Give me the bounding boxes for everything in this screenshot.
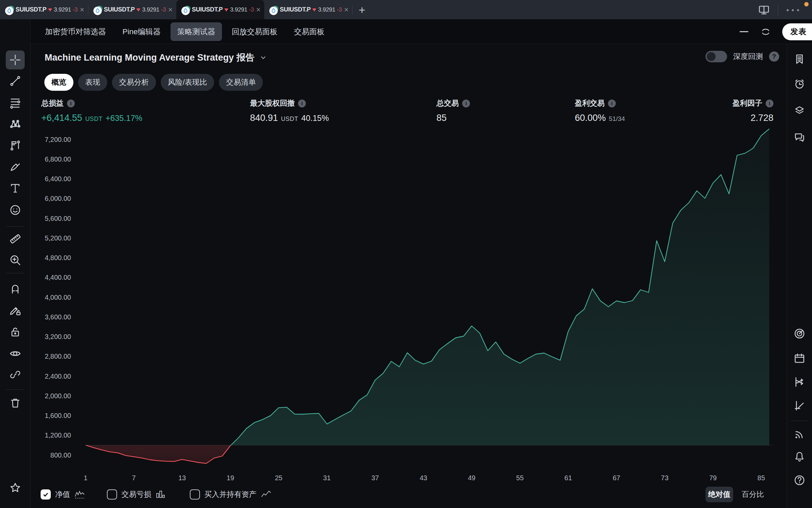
browser-tab-1[interactable]: SUIUSDT.P3.9291-3.2× <box>0 0 88 19</box>
crosshair-icon[interactable] <box>6 50 25 69</box>
panel-menu: 加密货币对筛选器Pine编辑器策略测试器回放交易面板交易面板 <box>30 22 324 41</box>
report-tab-4[interactable]: 风险/表现比 <box>161 74 214 91</box>
chat-icon[interactable] <box>790 128 809 147</box>
svg-text:1: 1 <box>84 474 87 482</box>
calendar-icon[interactable] <box>790 349 809 368</box>
help-icon[interactable] <box>790 471 809 490</box>
tab-symbol: SUIUSDT.P <box>280 6 311 13</box>
report-tab-5[interactable]: 交易清单 <box>219 74 263 91</box>
svg-text:25: 25 <box>275 474 282 482</box>
link-icon[interactable] <box>6 365 25 384</box>
publish-button[interactable]: 发表 <box>782 23 812 40</box>
browser-tab-4[interactable]: SUIUSDT.P3.9291-3.2× <box>264 0 352 19</box>
browser-tab-2[interactable]: SUIUSDT.P3.9291-3.2× <box>88 0 176 19</box>
info-icon[interactable]: i <box>67 100 75 107</box>
close-tab-icon[interactable]: × <box>344 6 348 14</box>
close-tab-icon[interactable]: × <box>168 6 173 14</box>
long-position-icon[interactable] <box>6 136 25 155</box>
price-line-icon[interactable] <box>790 396 809 415</box>
checkbox-unchecked[interactable] <box>190 489 200 500</box>
checkbox-checked[interactable] <box>41 489 51 500</box>
info-icon[interactable]: i <box>608 100 616 107</box>
report-tab-1[interactable]: 概览 <box>44 74 73 91</box>
draw-lock-icon[interactable] <box>6 301 25 320</box>
notification-dot <box>804 2 809 6</box>
percent-mode-button[interactable]: 百分比 <box>740 487 766 502</box>
report-header: Machine Learning Moving Average Strategy… <box>45 51 267 64</box>
trend-line-icon[interactable] <box>6 71 25 90</box>
toolbar-item-5[interactable]: 交易面板 <box>294 26 324 37</box>
price-down-triangle-icon <box>136 8 140 12</box>
chevron-down-icon[interactable] <box>260 54 267 61</box>
info-icon[interactable]: i <box>298 100 306 107</box>
flow-arrows-icon[interactable] <box>790 373 809 391</box>
trash-icon[interactable] <box>6 394 25 412</box>
svg-text:3,600.00: 3,600.00 <box>45 313 71 321</box>
emoji-icon[interactable] <box>6 200 25 219</box>
tab-symbol: SUIUSDT.P <box>104 6 135 13</box>
drawing-toolbar <box>0 19 30 508</box>
sui-coin-icon <box>181 5 189 14</box>
equity-curve-chart[interactable]: 7,200.006,800.006,400.006,000.005,600.00… <box>30 44 787 508</box>
maximize-icon[interactable] <box>760 26 771 38</box>
help-icon[interactable]: ? <box>769 51 779 62</box>
radar-icon[interactable] <box>790 324 809 343</box>
checkbox-unchecked[interactable] <box>107 489 117 500</box>
toolbar-item-4[interactable]: 回放交易面板 <box>232 26 277 37</box>
toolbar-divider <box>6 273 24 273</box>
deep-backtest-toggle[interactable] <box>705 51 727 62</box>
close-tab-icon[interactable]: × <box>80 6 84 14</box>
tab-separator <box>352 5 353 14</box>
svg-text:2,800.00: 2,800.00 <box>45 353 71 360</box>
legend-label[interactable]: 交易亏损 <box>121 489 151 500</box>
absolute-mode-button[interactable]: 绝对值 <box>705 487 733 502</box>
info-icon[interactable]: i <box>766 100 773 107</box>
sui-coin-icon <box>4 5 13 14</box>
lock-open-icon[interactable] <box>6 322 25 341</box>
star-icon[interactable] <box>6 478 25 497</box>
text-icon[interactable] <box>6 179 25 198</box>
watchlist-icon[interactable] <box>790 50 809 69</box>
loss-bars-icon <box>156 490 166 499</box>
layers-icon[interactable] <box>790 101 809 120</box>
multi-monitor-icon[interactable] <box>758 4 770 16</box>
bell-icon[interactable] <box>790 447 809 466</box>
toolbar-item-3[interactable]: 策略测试器 <box>171 22 222 41</box>
xabcd-pattern-icon[interactable] <box>6 114 25 133</box>
report-tab-2[interactable]: 表现 <box>78 74 107 91</box>
report-tab-3[interactable]: 交易分析 <box>112 74 156 91</box>
tab-symbol: SUIUSDT.P <box>16 6 46 13</box>
alarm-clock-icon[interactable] <box>790 75 809 93</box>
report-title[interactable]: Machine Learning Moving Average Strategy… <box>45 51 255 64</box>
zoom-in-icon[interactable] <box>6 251 25 270</box>
legend-item-2: 交易亏损 <box>107 485 166 504</box>
minimize-icon[interactable] <box>740 31 748 32</box>
new-tab-button[interactable]: + <box>359 4 365 16</box>
overflow-menu-icon[interactable]: ●●● <box>786 7 802 13</box>
toolbar-divider <box>791 421 808 421</box>
tab-price: 3.9291 <box>142 6 159 13</box>
svg-text:4,400.00: 4,400.00 <box>45 274 71 281</box>
buyhold-line-icon <box>261 490 272 499</box>
close-tab-icon[interactable]: × <box>256 6 261 14</box>
fib-retracement-icon[interactable] <box>6 93 25 112</box>
svg-text:2,000.00: 2,000.00 <box>45 392 71 400</box>
legend-label[interactable]: 净值 <box>55 489 70 500</box>
magnet-icon[interactable] <box>6 279 25 298</box>
browser-tab-3[interactable]: SUIUSDT.P3.9291-3.2× <box>176 0 264 19</box>
stat-label: 最大股权回撤 <box>250 98 295 108</box>
svg-text:19: 19 <box>227 474 234 482</box>
eye-icon[interactable] <box>6 344 25 363</box>
brush-icon[interactable] <box>6 157 25 176</box>
toolbar-item-2[interactable]: Pine编辑器 <box>122 26 161 37</box>
stat-3: 总交易i85 <box>436 98 470 123</box>
signal-icon[interactable] <box>790 425 809 444</box>
stat-2: 最大股权回撤i840.91USDT40.15% <box>250 98 329 123</box>
equity-area-icon <box>74 490 85 499</box>
stat-value: 85 <box>436 113 447 123</box>
legend-item-1: 净值 <box>41 485 85 504</box>
info-icon[interactable]: i <box>462 100 470 107</box>
legend-label[interactable]: 买入并持有资产 <box>204 489 256 500</box>
ruler-icon[interactable] <box>6 229 25 248</box>
toolbar-item-1[interactable]: 加密货币对筛选器 <box>45 26 106 37</box>
